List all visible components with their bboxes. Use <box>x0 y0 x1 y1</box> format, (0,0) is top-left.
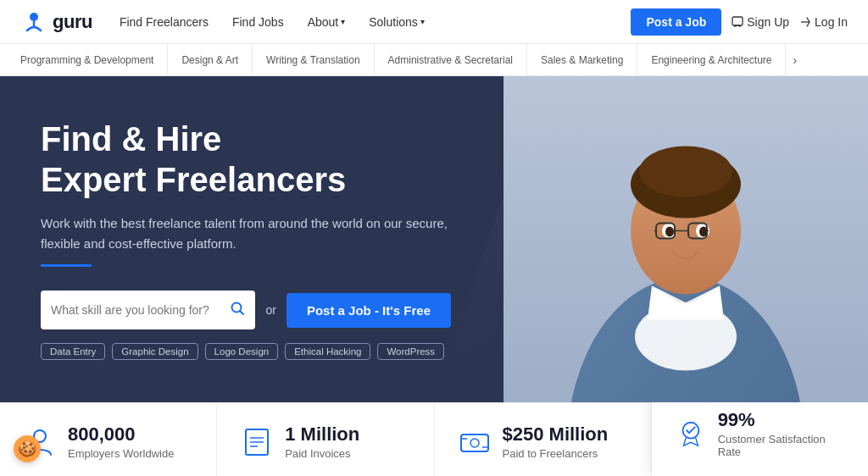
stat-invoices-text: 1 Million Paid Invoices <box>285 423 359 460</box>
stat-paid-label: Paid to Freelancers <box>503 447 609 460</box>
logo-icon <box>20 8 47 36</box>
login-button[interactable]: Log In <box>799 15 848 29</box>
category-sales[interactable]: Sales & Marketing <box>527 44 637 76</box>
stat-employers-number: 800,000 <box>68 423 174 446</box>
stat-paid-number: $250 Million <box>503 423 609 446</box>
category-more-icon[interactable]: › <box>786 53 804 67</box>
hero-subtitle: Work with the best freelance talent from… <box>41 213 451 254</box>
search-input[interactable] <box>51 303 230 317</box>
post-job-button-nav[interactable]: Post a Job <box>631 8 721 36</box>
top-navigation: guru Find Freelancers Find Jobs About ▾ … <box>0 0 868 44</box>
stat-satisfaction-label: Customer Satisfaction Rate <box>718 433 844 458</box>
money-icon <box>459 426 491 458</box>
stat-invoices: 1 Million Paid Invoices <box>217 403 434 476</box>
stat-paid: $250 Million Paid to Freelancers <box>435 403 652 476</box>
category-design[interactable]: Design & Art <box>168 44 253 76</box>
nav-solutions[interactable]: Solutions ▾ <box>369 15 425 29</box>
svg-point-28 <box>470 439 479 447</box>
search-row: or Post a Job - It's Free <box>41 291 451 329</box>
logo-text: guru <box>53 11 92 33</box>
logo[interactable]: guru <box>20 8 92 36</box>
stat-satisfaction-text: 99% Customer Satisfaction Rate <box>718 409 844 458</box>
chevron-down-icon: ▾ <box>341 17 345 26</box>
svg-point-9 <box>639 147 732 197</box>
hero-section: Find & Hire Expert Freelancers Work with… <box>0 76 868 402</box>
nav-links: Find Freelancers Find Jobs About ▾ Solut… <box>120 15 632 29</box>
hero-title: Find & Hire Expert Freelancers <box>41 119 451 200</box>
svg-rect-27 <box>461 434 488 451</box>
stat-invoices-number: 1 Million <box>285 423 359 446</box>
svg-rect-2 <box>732 17 743 25</box>
signup-button[interactable]: Sign Up <box>732 15 789 29</box>
category-engineering[interactable]: Engineering & Architecture <box>637 44 786 76</box>
hero-person-svg <box>504 76 868 402</box>
search-box[interactable] <box>41 291 255 329</box>
tag-logo-design[interactable]: Logo Design <box>205 343 279 360</box>
tag-graphic-design[interactable]: Graphic Design <box>112 343 198 360</box>
tag-ethical-hacking[interactable]: Ethical Hacking <box>285 343 370 360</box>
nav-about[interactable]: About ▾ <box>308 15 346 29</box>
tag-data-entry[interactable]: Data Entry <box>41 343 105 360</box>
tag-pills: Data Entry Graphic Design Logo Design Et… <box>41 343 451 360</box>
signup-icon <box>732 16 743 28</box>
stat-satisfaction-number: 99% <box>718 409 844 431</box>
or-text: or <box>265 303 275 317</box>
svg-line-21 <box>241 311 244 314</box>
login-icon <box>799 16 811 28</box>
chevron-down-icon: ▾ <box>420 17 425 26</box>
svg-point-19 <box>635 303 737 371</box>
nav-find-freelancers[interactable]: Find Freelancers <box>120 15 209 29</box>
stat-employers-text: 800,000 Employers Worldwide <box>68 423 174 460</box>
stat-paid-text: $250 Million Paid to Freelancers <box>503 423 609 460</box>
svg-point-12 <box>665 227 674 237</box>
award-icon <box>676 418 706 450</box>
hero-content: Find & Hire Expert Freelancers Work with… <box>0 76 492 402</box>
search-icon <box>230 301 245 320</box>
nav-actions: Post a Job Sign Up Log In <box>631 8 848 36</box>
nav-find-jobs[interactable]: Find Jobs <box>232 15 284 29</box>
svg-point-0 <box>30 13 38 21</box>
invoice-icon <box>241 426 273 458</box>
category-bar: Programming & Development Design & Art W… <box>0 44 868 76</box>
stat-invoices-label: Paid Invoices <box>285 447 359 460</box>
hero-underline <box>41 264 92 267</box>
category-programming[interactable]: Programming & Development <box>20 44 168 76</box>
stat-employers-label: Employers Worldwide <box>68 447 174 460</box>
tag-wordpress[interactable]: WordPress <box>377 343 444 360</box>
category-admin[interactable]: Administrative & Secretarial <box>375 44 527 76</box>
hero-person-area <box>504 76 868 402</box>
category-writing[interactable]: Writing & Translation <box>253 44 375 76</box>
stats-bar: 800,000 Employers Worldwide 1 Million Pa… <box>0 402 868 476</box>
post-job-button-hero[interactable]: Post a Job - It's Free <box>287 293 451 328</box>
cookie-badge[interactable]: 🍪 <box>14 435 41 462</box>
